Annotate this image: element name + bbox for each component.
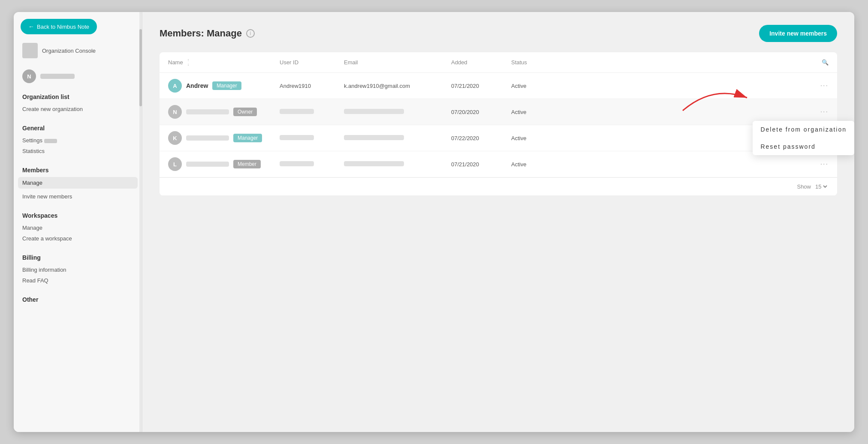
column-header-userid: User ID (280, 59, 344, 66)
email-placeholder (344, 161, 404, 166)
member-added: 07/22/2020 (451, 135, 511, 141)
email-placeholder (344, 135, 404, 140)
search-icon[interactable]: 🔍 (822, 59, 829, 66)
main-header: Members: Manage i Invite new members (160, 25, 837, 42)
column-header-email: Email (344, 59, 451, 66)
sidebar-item-billing-info[interactable]: Billing information (22, 264, 133, 275)
avatar: N (22, 69, 36, 83)
member-added: 07/21/2020 (451, 83, 511, 89)
avatar: A (168, 79, 182, 93)
sidebar-section-billing: Billing Billing information Read FAQ (14, 247, 142, 289)
column-header-status: Status (511, 59, 567, 66)
avatar: L (168, 157, 182, 171)
avatar: K (168, 131, 182, 145)
sidebar-item-create-org[interactable]: Create new organization (22, 104, 133, 114)
avatar: N (168, 105, 182, 119)
user-row: N (14, 65, 142, 87)
sort-icons[interactable]: ↑ ↓ (187, 58, 190, 66)
member-name-col: L Member (168, 157, 280, 171)
more-actions-button[interactable]: ··· (820, 160, 829, 168)
name-placeholder (186, 109, 229, 114)
sidebar-item-manage[interactable]: Manage (18, 177, 138, 189)
member-status: Active (511, 161, 567, 168)
member-userid (280, 161, 344, 168)
member-userid: Andrew1910 (280, 83, 344, 89)
sidebar-section-members: Members Manage Invite new members (14, 160, 142, 205)
email-placeholder (344, 109, 404, 114)
member-added: 07/20/2020 (451, 109, 511, 115)
table-row: K Manager 07/22/2020 Active ··· (160, 125, 837, 151)
sidebar-section-general: General Settings Statistics (14, 118, 142, 160)
userid-placeholder (280, 161, 314, 166)
member-userid (280, 109, 344, 115)
member-status: Active (511, 135, 567, 141)
member-email (344, 109, 451, 115)
org-avatar (22, 43, 38, 58)
page-title: Members: Manage (160, 28, 242, 39)
column-header-name: Name ↑ ↓ (168, 58, 280, 66)
main-content: Members: Manage i Invite new members Nam… (142, 12, 854, 432)
show-label: Show (797, 183, 811, 190)
members-table: Name ↑ ↓ User ID Email Added Status 🔍 A … (160, 52, 837, 195)
sidebar-section-title: Organization list (22, 93, 133, 100)
sidebar-item-workspaces-manage[interactable]: Manage (22, 222, 133, 233)
sidebar-section-title-workspaces: Workspaces (22, 212, 133, 219)
member-email (344, 161, 451, 168)
user-name-placeholder (40, 74, 75, 79)
userid-placeholder (280, 135, 314, 140)
app-window: Back to Nimbus Note Organization Console… (14, 12, 854, 432)
member-userid (280, 135, 344, 141)
table-header: Name ↑ ↓ User ID Email Added Status 🔍 (160, 52, 837, 73)
org-section: Organization Console (14, 39, 142, 65)
member-name-col: K Manager (168, 131, 280, 145)
sidebar-section-other: Other (14, 289, 142, 310)
name-placeholder (186, 135, 229, 141)
table-row: L Member 07/21/2020 Active ··· (160, 151, 837, 177)
member-status: Active (511, 109, 567, 115)
role-badge: Member (233, 160, 261, 168)
dropdown-menu: Delete from organization Reset password (753, 121, 854, 155)
more-actions-button[interactable]: ··· Delete from organization Reset passw… (820, 108, 829, 116)
sidebar-section-workspaces: Workspaces Manage Create a workspace (14, 205, 142, 247)
column-header-added: Added (451, 59, 511, 66)
sidebar-item-create-workspace[interactable]: Create a workspace (22, 233, 133, 244)
back-to-nimbus-button[interactable]: Back to Nimbus Note (21, 19, 97, 34)
sidebar: Back to Nimbus Note Organization Console… (14, 12, 142, 432)
name-placeholder (186, 162, 229, 167)
sidebar-item-invite[interactable]: Invite new members (22, 191, 133, 202)
invite-new-members-button[interactable]: Invite new members (759, 25, 837, 42)
member-name-col: A Andrew Manager (168, 79, 280, 93)
table-row: N Owner 07/20/2020 Active ··· Delete fro… (160, 99, 837, 125)
sidebar-item-settings[interactable]: Settings (22, 135, 133, 146)
scrollbar-track[interactable] (139, 12, 142, 432)
sidebar-item-statistics[interactable]: Statistics (22, 146, 133, 156)
more-actions-button[interactable]: ··· (820, 82, 829, 90)
table-row: A Andrew Manager Andrew1910 k.andrew1910… (160, 73, 837, 99)
scrollbar-thumb[interactable] (139, 29, 142, 106)
reset-password-item[interactable]: Reset password (753, 138, 854, 155)
member-name: Andrew (186, 82, 208, 89)
sidebar-section-title-billing: Billing (22, 254, 133, 261)
show-count-select[interactable]: 15 25 50 (814, 183, 829, 190)
role-badge: Owner (233, 108, 257, 116)
table-footer: Show 15 25 50 (160, 177, 837, 195)
info-icon[interactable]: i (246, 29, 255, 38)
role-badge: Manager (233, 134, 262, 142)
member-name-col: N Owner (168, 105, 280, 119)
role-badge: Manager (212, 81, 241, 90)
sidebar-section-title-general: General (22, 125, 133, 132)
member-email (344, 135, 451, 141)
member-added: 07/21/2020 (451, 161, 511, 168)
sidebar-section-title-members: Members (22, 167, 133, 174)
userid-placeholder (280, 109, 314, 114)
org-label: Organization Console (42, 48, 96, 54)
sidebar-section-title-other: Other (22, 296, 133, 303)
delete-from-org-item[interactable]: Delete from organization (753, 121, 854, 138)
sidebar-item-read-faq[interactable]: Read FAQ (22, 275, 133, 286)
member-status: Active (511, 83, 567, 89)
page-title-area: Members: Manage i (160, 28, 255, 39)
sidebar-section-org-list: Organization list Create new organizatio… (14, 87, 142, 118)
member-email: k.andrew1910@gmail.com (344, 83, 451, 89)
